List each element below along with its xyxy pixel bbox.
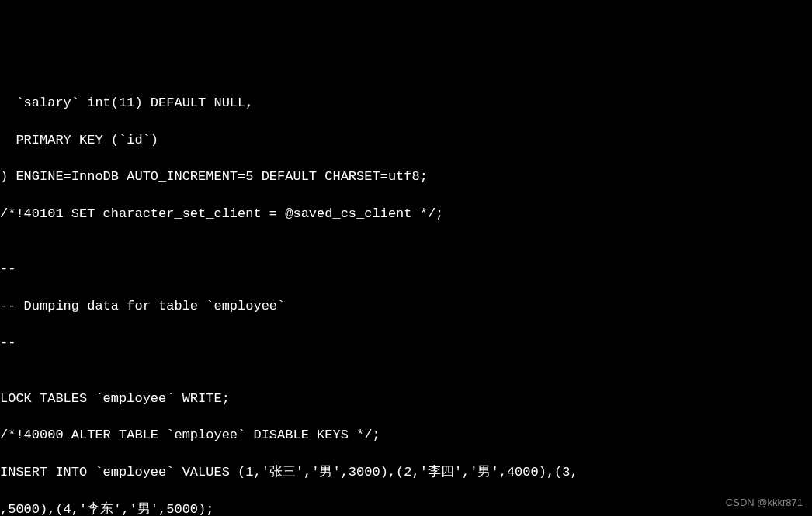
watermark-text: CSDN @kkkr871 [726,496,803,510]
sql-line: -- [0,334,812,352]
sql-line: /*!40101 SET character_set_client = @sav… [0,205,812,223]
terminal-output: `salary` int(11) DEFAULT NULL, PRIMARY K… [0,75,812,516]
sql-line: ) ENGINE=InnoDB AUTO_INCREMENT=5 DEFAULT… [0,168,812,186]
sql-line: PRIMARY KEY (`id`) [0,131,812,150]
sql-line: LOCK TABLES `employee` WRITE; [0,390,812,408]
sql-line: `salary` int(11) DEFAULT NULL, [0,94,812,113]
sql-line: -- [0,260,812,279]
sql-line: INSERT INTO `employee` VALUES (1,'张三','男… [0,463,812,482]
sql-line: ,5000),(4,'李东','男',5000); [0,500,812,516]
sql-line: -- Dumping data for table `employee` [0,297,812,316]
sql-line: /*!40000 ALTER TABLE `employee` DISABLE … [0,426,812,445]
